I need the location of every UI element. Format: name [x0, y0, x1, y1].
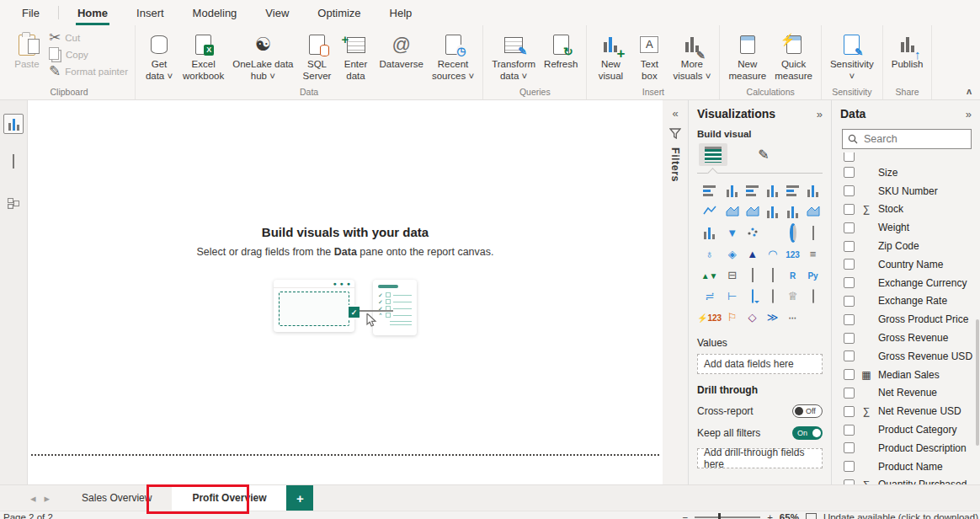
visual-matrix[interactable] — [763, 265, 782, 285]
transform-data-button[interactable]: ✎Transform data ˅ — [488, 27, 539, 83]
visual-python-visual[interactable]: Py — [803, 265, 823, 285]
visual-scatter-chart[interactable] — [743, 222, 762, 243]
expand-filters-icon[interactable]: « — [672, 107, 678, 120]
field-checkbox[interactable] — [844, 296, 855, 307]
field-checkbox[interactable] — [844, 241, 855, 252]
field-row-size[interactable]: Size — [840, 163, 980, 182]
excel-workbook-button[interactable]: XExcel workbook — [179, 27, 227, 83]
zoom-slider-thumb[interactable] — [718, 513, 721, 519]
cut-button[interactable]: ✂Cut — [47, 30, 130, 45]
visual-stacked-bar-chart[interactable] — [697, 180, 722, 201]
sensitivity-button[interactable]: ✎Sensitivity ˅ — [827, 27, 877, 83]
update-message[interactable]: Update available (click to download) — [823, 512, 978, 519]
visual-multi-row-card[interactable]: ≡ — [803, 243, 823, 264]
field-checkbox[interactable] — [844, 425, 855, 436]
tab-format-visual[interactable]: ✎ — [749, 143, 778, 166]
field-row-gross-revenue[interactable]: Gross Revenue — [840, 329, 980, 347]
keep-all-filters-toggle[interactable]: On — [792, 426, 823, 440]
field-row-sku-number[interactable]: SKU Number — [840, 182, 980, 201]
visual-map[interactable]: ♁ — [697, 243, 722, 264]
search-input[interactable] — [862, 132, 966, 146]
visual-new-slicer[interactable]: ≓ — [697, 286, 722, 306]
page-tab-profit-overview[interactable]: Profit Overview — [172, 485, 286, 511]
field-row-product-description[interactable]: Product Description — [840, 439, 980, 457]
visual-funnel-chart[interactable]: ▼ — [722, 222, 742, 243]
field-checkbox[interactable] — [844, 406, 855, 417]
visual-waterfall-chart[interactable] — [697, 222, 722, 243]
field-row-weight[interactable]: Weight — [840, 218, 980, 237]
visual-slicer[interactable]: ⊟ — [722, 265, 742, 285]
get-data-button[interactable]: Get data ˅ — [141, 27, 178, 83]
field-row-exchange-currency[interactable]: Exchange Currency — [840, 274, 980, 292]
visual-smart-narrative[interactable] — [763, 286, 782, 306]
cross-report-toggle[interactable]: Off — [792, 404, 823, 418]
field-row-median-sales[interactable]: ▦Median Sales — [840, 366, 980, 384]
field-checkbox[interactable] — [844, 461, 855, 472]
field-checkbox[interactable] — [844, 152, 855, 162]
field-checkbox[interactable] — [844, 333, 855, 344]
refresh-button[interactable]: ↻Refresh — [541, 27, 581, 71]
visual-more-gallery-options[interactable]: ⋯ — [783, 307, 802, 327]
menu-insert[interactable]: Insert — [123, 3, 178, 24]
more-visuals-button[interactable]: ✎More visuals ˅ — [669, 27, 714, 83]
visual-donut-chart[interactable] — [783, 222, 802, 243]
zoom-slider[interactable] — [695, 516, 760, 518]
visual-100-stacked-column-chart[interactable] — [763, 180, 782, 201]
field-row-gross-revenue-usd[interactable]: Gross Revenue USD — [840, 347, 980, 366]
visual-table[interactable] — [743, 265, 762, 285]
field-checkbox[interactable] — [844, 167, 855, 178]
menu-view[interactable]: View — [252, 3, 302, 24]
text-box-button[interactable]: AText box — [631, 27, 668, 83]
menu-optimize[interactable]: Optimize — [304, 3, 374, 24]
recent-sources-button[interactable]: ◷Recent sources ˅ — [429, 27, 477, 83]
expand-visualizations-icon[interactable]: » — [817, 108, 823, 120]
field-checkbox[interactable] — [844, 369, 855, 380]
quick-measure-button[interactable]: ⚡Quick measure — [771, 27, 816, 83]
menu-file[interactable]: File — [8, 3, 53, 24]
nav-model-view[interactable] — [3, 188, 24, 208]
onelake-data-hub-button[interactable]: ☯OneLake data hub ˅ — [229, 27, 296, 83]
field-row-country-name[interactable]: Country Name — [840, 255, 980, 274]
field-row-zip-code[interactable]: Zip Code — [840, 237, 980, 255]
visual-card[interactable]: 123 — [783, 243, 802, 264]
new-measure-button[interactable]: New measure — [725, 27, 770, 83]
visual-qa-visual[interactable] — [743, 286, 762, 306]
menu-modeling[interactable]: Modeling — [179, 3, 251, 24]
report-canvas[interactable]: Build visuals with your data Select or d… — [28, 100, 663, 484]
enter-data-button[interactable]: +Enter data — [338, 27, 375, 83]
visual-stacked-column-chart[interactable] — [722, 180, 742, 201]
field-row-quantity-purchased[interactable]: ∑Quantity Purchased — [840, 476, 980, 484]
zoom-in-button[interactable]: + — [767, 512, 773, 519]
visual-clustered-bar-chart[interactable] — [783, 180, 802, 201]
field-checkbox[interactable] — [844, 277, 855, 288]
field-checkbox[interactable] — [844, 185, 855, 196]
field-checkbox[interactable] — [844, 259, 855, 270]
new-visual-button[interactable]: +New visual — [592, 27, 629, 83]
visual-kpi[interactable]: ▲▼ — [697, 265, 722, 285]
next-page-icon[interactable]: ▸ — [45, 492, 51, 505]
menu-help[interactable]: Help — [376, 3, 426, 24]
page-tab-sales-overview[interactable]: Sales Overview — [61, 485, 172, 511]
expand-data-icon[interactable]: » — [966, 108, 972, 120]
visual-filled-map[interactable]: ◈ — [722, 243, 742, 264]
visual-line-and-stacked-column-chart[interactable] — [763, 201, 782, 222]
visual-power-apps-visual[interactable]: ◇ — [743, 307, 762, 327]
visual-treemap[interactable] — [803, 222, 823, 243]
visual-metrics[interactable]: ♕ — [783, 286, 802, 306]
nav-report-view[interactable] — [3, 114, 24, 134]
field-search-box[interactable] — [842, 129, 972, 149]
drill-through-field-well[interactable]: Add drill-through fields here — [697, 448, 823, 468]
visual-line-chart[interactable] — [697, 201, 722, 222]
field-row-exchange-rate[interactable]: Exchange Rate — [840, 292, 980, 311]
visual-100-stacked-bar-chart[interactable] — [743, 180, 762, 201]
previous-page-icon[interactable]: ◂ — [30, 492, 36, 505]
publish-button[interactable]: ↑Publish — [888, 27, 927, 71]
visual-power-automate-visual[interactable]: ≫ — [763, 307, 782, 327]
data-pane-scrollbar[interactable] — [976, 319, 979, 446]
values-field-well[interactable]: Add data fields here — [697, 354, 823, 374]
sql-server-button[interactable]: SQL Server — [299, 27, 336, 83]
copy-button[interactable]: Copy — [47, 47, 130, 62]
format-painter-button[interactable]: ✎Format painter — [47, 64, 130, 78]
field-checkbox[interactable] — [844, 222, 855, 233]
zoom-out-button[interactable]: − — [682, 512, 688, 519]
